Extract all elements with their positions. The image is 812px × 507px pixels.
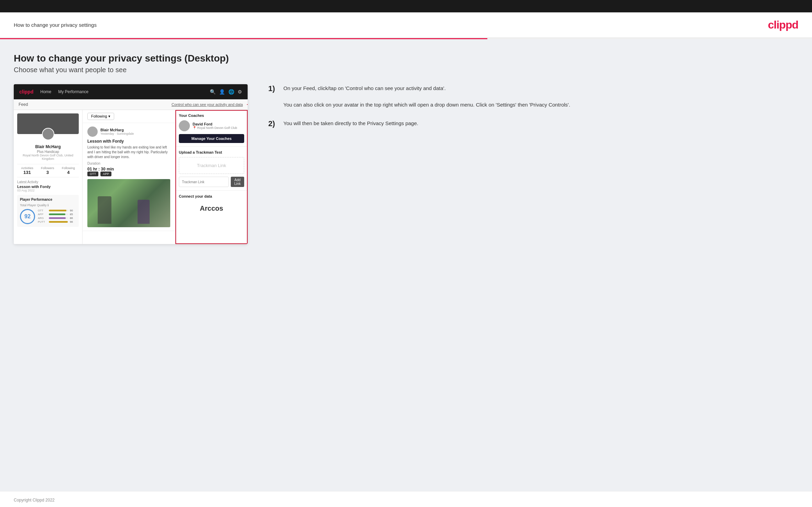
trackman-input[interactable] (179, 177, 229, 187)
site-footer: Copyright Clippd 2022 (0, 491, 812, 507)
score-circle: 92 (20, 209, 35, 224)
top-bar (0, 0, 812, 12)
upload-box: Upload a Trackman Test Trackman Link Add… (175, 147, 248, 191)
coach-avatar (179, 120, 190, 131)
arccos-logo: Arccos (179, 201, 244, 216)
app-body: Blair McHarg Plus Handicap Royal North D… (14, 110, 248, 244)
post-image (87, 179, 170, 227)
figure-left (98, 196, 111, 224)
nav-right: 🔍 👤 🌐 ⚙ (210, 89, 242, 95)
instruction-2: 2) You will then be taken directly to th… (268, 119, 798, 128)
user-avatar (42, 128, 54, 140)
instruction-2-text: You will then be taken directly to the P… (283, 119, 418, 128)
user-name: Blair McHarg (17, 144, 79, 149)
instruction-panel: 1) On your Feed, click/tap on 'Control w… (261, 84, 798, 139)
post-duration-label: Duration (87, 162, 170, 165)
figure-right (138, 200, 150, 224)
post-tags: OTT APP (87, 172, 170, 176)
globe-icon: 🌐 (228, 89, 234, 95)
latest-activity-label: Latest Activity (17, 180, 79, 184)
coaches-box: Your Coaches David Ford 📍 Royal North De… (175, 110, 248, 147)
post-avatar (87, 126, 98, 137)
app-feed-bar: Feed Control who can see your activity a… (14, 99, 248, 110)
avatar-icon: ⚙ (238, 89, 242, 95)
breadcrumb: How to change your privacy settings (14, 22, 97, 28)
stat-followers: Followers 3 (41, 166, 54, 175)
stat-activities: Activities 131 (21, 166, 33, 175)
connect-title: Connect your data (179, 194, 244, 198)
manage-coaches-button[interactable]: Manage Your Coaches (179, 134, 244, 143)
coach-club: 📍 Royal North Devon Golf Club (193, 126, 237, 130)
latest-activity-name: Lesson with Fordy (17, 185, 79, 189)
main-content: How to change your privacy settings (Des… (0, 39, 812, 491)
search-icon: 🔍 (210, 89, 216, 95)
user-stats: Activities 131 Followers 3 Following 4 (17, 164, 79, 177)
post-meta: Yesterday · Sunningdale (100, 132, 134, 135)
latest-activity-date: 03 Aug 2022 (17, 189, 79, 192)
user-banner (17, 113, 79, 134)
app-right-sidebar-wrapper: Your Coaches David Ford 📍 Royal North De… (175, 110, 248, 244)
app-sidebar: Blair McHarg Plus Handicap Royal North D… (14, 110, 83, 244)
user-handicap: Plus Handicap (17, 150, 79, 154)
bar-app: APP 85 (38, 213, 76, 216)
upload-title: Upload a Trackman Test (179, 150, 244, 154)
user-icon: 👤 (219, 89, 225, 95)
app-nav: clippd Home My Performance 🔍 👤 🌐 ⚙ (14, 84, 248, 99)
post-header: Blair McHarg Yesterday · Sunningdale (87, 126, 170, 137)
post-user-name: Blair McHarg (100, 128, 134, 132)
post-duration-value: 01 hr : 30 min (87, 167, 170, 172)
clippd-logo: clippd (768, 19, 798, 31)
coach-name: David Ford (193, 122, 237, 126)
feed-follow-bar: Following ▾ (83, 110, 175, 123)
bar-ott: OTT 90 (38, 209, 76, 212)
content-layout: clippd Home My Performance 🔍 👤 🌐 ⚙ Feed … (14, 84, 798, 244)
post-title: Lesson with Fordy (87, 139, 170, 144)
pp-bars: OTT 90 APP 85 ARG (38, 209, 76, 224)
control-link[interactable]: Control who can see your activity and da… (172, 102, 243, 107)
stat-following: Following 4 (62, 166, 75, 175)
instruction-1-number: 1) (268, 84, 279, 109)
nav-my-performance: My Performance (58, 89, 88, 94)
tag-app: APP (100, 172, 111, 176)
add-link-button[interactable]: Add Link (231, 177, 244, 187)
nav-home: Home (40, 89, 51, 94)
coaches-title: Your Coaches (179, 113, 244, 118)
player-performance: Player Performance Total Player Quality … (17, 195, 79, 227)
coach-item: David Ford 📍 Royal North Devon Golf Club (179, 120, 244, 131)
instruction-2-number: 2) (268, 119, 279, 128)
user-club: Royal North Devon Golf Club, United King… (17, 154, 79, 161)
instruction-1-text: On your Feed, click/tap on 'Control who … (283, 84, 570, 109)
app-logo: clippd (19, 89, 33, 95)
instruction-1: 1) On your Feed, click/tap on 'Control w… (268, 84, 798, 109)
following-button[interactable]: Following ▾ (87, 113, 114, 120)
bar-arg: ARG 86 (38, 217, 76, 220)
copyright: Copyright Clippd 2022 (14, 498, 55, 503)
post-desc: Looking to feel like my hands are exitin… (87, 145, 170, 159)
trackman-placeholder: Trackman Link (179, 157, 244, 174)
pin-icon: 📍 (193, 126, 196, 130)
site-header: How to change your privacy settings clip… (0, 12, 812, 38)
page-subtitle: Choose what you want people to see (14, 66, 798, 74)
trackman-input-row: Add Link (179, 177, 244, 187)
app-right-sidebar: Your Coaches David Ford 📍 Royal North De… (175, 110, 248, 219)
post-item: Blair McHarg Yesterday · Sunningdale Les… (83, 123, 175, 231)
page-title: How to change your privacy settings (Des… (14, 53, 798, 64)
app-center-feed: Following ▾ Blair McHarg Yesterday · Sun… (83, 110, 175, 244)
annotation-arrow (247, 102, 248, 107)
tag-ott: OTT (87, 172, 98, 176)
app-screenshot: clippd Home My Performance 🔍 👤 🌐 ⚙ Feed … (14, 84, 248, 244)
connect-box: Connect your data Arccos (175, 191, 248, 219)
bar-putt: PUTT 96 (38, 220, 76, 223)
feed-label: Feed (19, 102, 28, 107)
